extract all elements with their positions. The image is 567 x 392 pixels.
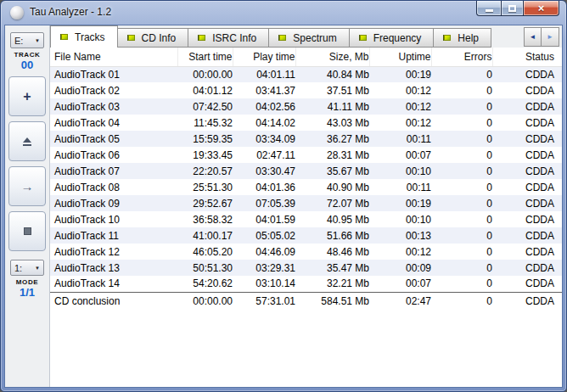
cell-file-name: AudioTrack 04 xyxy=(50,115,177,131)
cell-status: CDDA xyxy=(492,292,562,310)
table-row[interactable]: AudioTrack 11 41:00.17 05:05.02 51.66 Mb… xyxy=(50,227,562,244)
cell-size: 72.07 Mb xyxy=(295,195,369,211)
table-row[interactable]: AudioTrack 13 50:51.30 03:29.31 35.47 Mb… xyxy=(50,260,562,276)
table-row[interactable]: AudioTrack 04 11:45.32 04:14.02 43.03 Mb… xyxy=(50,115,562,131)
tab[interactable]: Help xyxy=(434,28,491,48)
cell-play-time: 07:05.39 xyxy=(233,195,295,211)
cell-start-time: 50:51.30 xyxy=(177,260,233,276)
tab[interactable]: ISRC Info xyxy=(188,28,269,48)
cell-play-time: 02:47.11 xyxy=(233,147,295,163)
drive-select[interactable]: E: ▼ xyxy=(10,32,44,48)
maximize-button[interactable] xyxy=(501,1,524,16)
tab[interactable]: Tracks xyxy=(50,25,118,48)
table-row[interactable]: AudioTrack 06 19:33.45 02:47.11 28.31 Mb… xyxy=(50,147,562,163)
table-row[interactable]: AudioTrack 10 36:58.32 04:01.59 40.95 Mb… xyxy=(50,211,562,227)
add-button[interactable]: + xyxy=(8,76,46,116)
cell-uptime: 02:47 xyxy=(369,292,431,310)
cell-uptime: 00:07 xyxy=(369,276,431,292)
cell-play-time: 04:01.36 xyxy=(233,179,295,195)
app-window: Tau Analyzer - 1.2 × E: ▼ TRACK 00 + xyxy=(0,0,567,392)
table-row[interactable]: AudioTrack 02 04:01.12 03:41.37 37.51 Mb… xyxy=(50,82,562,98)
cell-play-time: 05:05.02 xyxy=(233,227,295,244)
col-status[interactable]: Status xyxy=(492,48,562,66)
cell-size: 51.66 Mb xyxy=(295,227,369,244)
table-row[interactable]: AudioTrack 05 15:59.35 03:34.09 36.27 Mb… xyxy=(50,131,562,147)
table-row[interactable]: AudioTrack 12 46:05.20 04:46.09 48.46 Mb… xyxy=(50,244,562,260)
col-play-time[interactable]: Play time xyxy=(233,48,295,66)
app-icon xyxy=(10,6,24,20)
maximize-icon xyxy=(508,5,516,12)
col-uptime[interactable]: Uptime xyxy=(369,48,431,66)
cell-play-time: 04:01.11 xyxy=(233,66,295,82)
cell-errors: 0 xyxy=(431,292,492,310)
tab-flag-icon xyxy=(360,35,367,41)
cell-file-name: CD conclusion xyxy=(50,292,177,310)
tab[interactable]: Spectrum xyxy=(269,28,349,48)
table-row[interactable]: AudioTrack 09 29:52.67 07:05.39 72.07 Mb… xyxy=(50,195,562,211)
cell-start-time: 11:45.32 xyxy=(177,115,233,131)
cell-uptime: 00:19 xyxy=(369,195,431,211)
stop-button[interactable] xyxy=(8,211,46,251)
cell-start-time: 15:59.35 xyxy=(177,131,233,147)
window-title: Tau Analyzer - 1.2 xyxy=(30,6,111,18)
table-row[interactable]: AudioTrack 03 07:42.50 04:02.56 41.11 Mb… xyxy=(50,98,562,115)
cell-errors: 0 xyxy=(431,163,492,179)
cell-file-name: AudioTrack 01 xyxy=(50,66,177,82)
tracks-table: File Name Start time Play time Size, Mb … xyxy=(50,48,562,310)
minimize-button[interactable] xyxy=(476,1,501,16)
tab-label: CD Info xyxy=(135,32,183,44)
col-start-time[interactable]: Start time xyxy=(177,48,233,66)
tab[interactable]: Frequency xyxy=(350,28,435,48)
cell-file-name: AudioTrack 13 xyxy=(50,260,177,276)
cell-file-name: AudioTrack 05 xyxy=(50,131,177,147)
table-row[interactable]: AudioTrack 01 00:00.00 04:01.11 40.84 Mb… xyxy=(50,66,562,82)
cell-status: CDDA xyxy=(492,131,562,147)
cell-status: CDDA xyxy=(492,260,562,276)
table-row[interactable]: AudioTrack 08 25:51.30 04:01.36 40.90 Mb… xyxy=(50,179,562,195)
tab-flag-icon xyxy=(128,35,135,41)
cell-size: 35.67 Mb xyxy=(295,163,369,179)
col-file-name[interactable]: File Name xyxy=(50,48,177,66)
cell-start-time: 07:42.50 xyxy=(177,98,233,115)
cell-size: 584.51 Mb xyxy=(295,292,369,310)
cell-uptime: 00:11 xyxy=(369,131,431,147)
close-icon: × xyxy=(524,2,559,15)
tab-scrollers: ◄ ► xyxy=(524,27,559,47)
cell-start-time: 22:20.57 xyxy=(177,163,233,179)
stop-icon xyxy=(24,227,31,235)
mode-select-value: 1: xyxy=(14,263,22,273)
eject-icon xyxy=(22,137,32,146)
drive-select-value: E: xyxy=(14,36,23,46)
cell-status: CDDA xyxy=(492,276,562,292)
close-button[interactable]: × xyxy=(524,1,559,16)
col-errors[interactable]: Errors xyxy=(431,48,492,66)
tab-scroll-right-button[interactable]: ► xyxy=(542,27,559,47)
table-row[interactable]: AudioTrack 07 22:20.57 03:30.47 35.67 Mb… xyxy=(50,163,562,179)
cell-start-time: 29:52.67 xyxy=(177,195,233,211)
tab[interactable]: CD Info xyxy=(118,28,189,48)
cell-size: 28.31 Mb xyxy=(295,147,369,163)
mode-value: 1/1 xyxy=(20,286,35,299)
cell-errors: 0 xyxy=(431,244,492,260)
minimize-icon xyxy=(486,9,493,12)
table-header-row: File Name Start time Play time Size, Mb … xyxy=(50,48,562,66)
titlebar[interactable]: Tau Analyzer - 1.2 × xyxy=(1,1,566,25)
cell-file-name: AudioTrack 12 xyxy=(50,244,177,260)
cell-play-time: 04:14.02 xyxy=(233,115,295,131)
table-row[interactable]: AudioTrack 14 54:20.62 03:10.14 32.21 Mb… xyxy=(50,276,562,292)
tab-scroll-left-button[interactable]: ◄ xyxy=(524,27,542,47)
col-size[interactable]: Size, Mb xyxy=(295,48,369,66)
cell-errors: 0 xyxy=(431,276,492,292)
cell-play-time: 03:10.14 xyxy=(233,276,295,292)
tab-label: Frequency xyxy=(367,32,429,44)
cell-uptime: 00:12 xyxy=(369,115,431,131)
tab-bar: Tracks CD Info ISRC Info Spectrum xyxy=(50,25,562,48)
next-button[interactable]: → xyxy=(8,166,46,206)
mode-select[interactable]: 1: ▼ xyxy=(10,260,44,276)
cell-errors: 0 xyxy=(431,211,492,227)
cell-uptime: 00:12 xyxy=(369,244,431,260)
cell-file-name: AudioTrack 02 xyxy=(50,82,177,98)
cell-uptime: 00:12 xyxy=(369,82,431,98)
cell-play-time: 03:34.09 xyxy=(233,131,295,147)
eject-button[interactable] xyxy=(8,121,46,161)
